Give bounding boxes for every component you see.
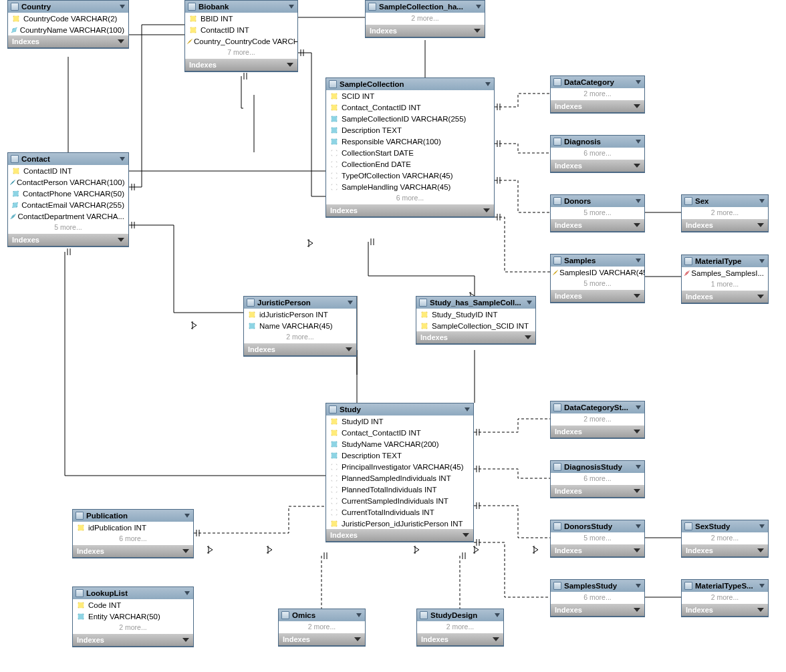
more-link[interactable]: 2 more... — [551, 88, 644, 100]
table-header[interactable]: JuristicPerson — [244, 297, 356, 309]
expand-icon[interactable] — [182, 638, 189, 642]
table-SamplesStudy[interactable]: SamplesStudy 6 more... Indexes — [550, 579, 645, 617]
collapse-icon[interactable] — [120, 157, 125, 161]
more-link[interactable]: 2 more... — [73, 622, 193, 634]
collapse-icon[interactable] — [465, 407, 470, 411]
more-link[interactable]: 5 more... — [551, 207, 644, 219]
table-header[interactable]: Study — [326, 403, 473, 415]
table-StudyDesign[interactable]: StudyDesign 2 more... Indexes — [416, 609, 504, 646]
collapse-icon[interactable] — [759, 584, 765, 588]
table-Diagnosis[interactable]: Diagnosis 6 more... Indexes — [550, 135, 645, 172]
table-Omics[interactable]: Omics 2 more... Indexes — [278, 609, 366, 646]
indexes-section[interactable]: Indexes — [682, 544, 768, 556]
more-link[interactable]: 2 more... — [682, 532, 768, 544]
table-header[interactable]: Samples — [551, 255, 644, 267]
more-link[interactable]: 2 more... — [417, 621, 503, 633]
table-DonorsStudy[interactable]: DonorsStudy 5 more... Indexes — [550, 520, 645, 557]
expand-icon[interactable] — [493, 637, 499, 641]
table-JuristicPerson[interactable]: JuristicPerson idJuristicPerson INTName … — [243, 296, 357, 356]
expand-icon[interactable] — [634, 608, 640, 612]
collapse-icon[interactable] — [636, 584, 641, 588]
more-link[interactable]: 7 more... — [185, 47, 297, 59]
table-header[interactable]: Omics — [279, 609, 365, 621]
table-header[interactable]: DiagnosisStudy — [551, 461, 644, 473]
table-SampleCollection_ha[interactable]: SampleCollection_ha... 2 more... Indexes — [365, 0, 485, 37]
table-header[interactable]: MaterialType — [682, 255, 768, 267]
collapse-icon[interactable] — [356, 613, 362, 617]
table-Donors[interactable]: Donors 5 more... Indexes — [550, 194, 645, 232]
indexes-section[interactable]: Indexes — [682, 604, 768, 616]
table-SexStudy[interactable]: SexStudy 2 more... Indexes — [681, 520, 769, 557]
table-header[interactable]: LookupList — [73, 587, 193, 599]
indexes-section[interactable]: Indexes — [8, 234, 128, 246]
more-link[interactable]: 5 more... — [551, 278, 644, 290]
indexes-section[interactable]: Indexes — [551, 290, 644, 302]
collapse-icon[interactable] — [636, 465, 641, 469]
collapse-icon[interactable] — [759, 259, 765, 263]
table-header[interactable]: DonorsStudy — [551, 520, 644, 532]
expand-icon[interactable] — [287, 63, 293, 67]
indexes-section[interactable]: Indexes — [417, 633, 503, 645]
expand-icon[interactable] — [525, 335, 531, 339]
more-link[interactable]: 2 more... — [244, 331, 356, 343]
expand-icon[interactable] — [474, 29, 481, 33]
indexes-section[interactable]: Indexes — [279, 633, 365, 645]
expand-icon[interactable] — [182, 549, 189, 553]
more-link[interactable]: 2 more... — [551, 413, 644, 426]
indexes-section[interactable]: Indexes — [682, 291, 768, 303]
more-link[interactable]: 6 more... — [551, 592, 644, 604]
indexes-section[interactable]: Indexes — [551, 160, 644, 172]
collapse-icon[interactable] — [636, 140, 641, 144]
table-Study_has_SampleColl[interactable]: Study_has_SampleColl... Study_StudyID IN… — [416, 296, 536, 344]
more-link[interactable]: 2 more... — [366, 13, 485, 25]
table-Samples[interactable]: Samples SamplesID VARCHAR(45)5 more... I… — [550, 254, 645, 303]
indexes-section[interactable]: Indexes — [366, 25, 485, 37]
indexes-section[interactable]: Indexes — [551, 426, 644, 438]
more-link[interactable]: 6 more... — [551, 148, 644, 160]
collapse-icon[interactable] — [527, 301, 532, 305]
indexes-section[interactable]: Indexes — [8, 35, 128, 47]
more-link[interactable]: 2 more... — [682, 207, 768, 219]
expand-icon[interactable] — [634, 489, 640, 493]
expand-icon[interactable] — [634, 430, 640, 434]
table-header[interactable]: SamplesStudy — [551, 580, 644, 592]
table-header[interactable]: MaterialTypeS... — [682, 580, 768, 592]
collapse-icon[interactable] — [759, 524, 765, 528]
more-link[interactable]: 6 more... — [326, 192, 494, 204]
indexes-section[interactable]: Indexes — [73, 634, 193, 646]
table-Biobank[interactable]: Biobank BBID INTContactID INTCountry_Cou… — [184, 0, 298, 71]
collapse-icon[interactable] — [636, 199, 641, 203]
collapse-icon[interactable] — [120, 5, 125, 9]
table-header[interactable]: StudyDesign — [417, 609, 503, 621]
expand-icon[interactable] — [757, 608, 764, 612]
table-header[interactable]: Sex — [682, 195, 768, 207]
table-Publication[interactable]: Publication idPublication INT6 more... I… — [72, 509, 194, 558]
table-header[interactable]: Contact — [8, 153, 128, 165]
more-link[interactable]: 5 more... — [551, 532, 644, 544]
collapse-icon[interactable] — [485, 82, 491, 86]
indexes-section[interactable]: Indexes — [244, 343, 356, 355]
expand-icon[interactable] — [463, 533, 469, 537]
indexes-section[interactable]: Indexes — [416, 331, 535, 343]
indexes-section[interactable]: Indexes — [326, 529, 473, 541]
expand-icon[interactable] — [634, 294, 640, 298]
expand-icon[interactable] — [757, 548, 764, 552]
indexes-section[interactable]: Indexes — [551, 219, 644, 231]
table-MaterialTypeS[interactable]: MaterialTypeS... 2 more... Indexes — [681, 579, 769, 617]
table-LookupList[interactable]: LookupList Code INTEntity VARCHAR(50)2 m… — [72, 586, 194, 647]
indexes-section[interactable]: Indexes — [551, 100, 644, 112]
indexes-section[interactable]: Indexes — [185, 59, 297, 71]
table-header[interactable]: Study_has_SampleColl... — [416, 297, 535, 309]
expand-icon[interactable] — [634, 548, 640, 552]
more-link[interactable]: 6 more... — [73, 533, 193, 545]
collapse-icon[interactable] — [636, 405, 641, 409]
table-DataCategorySt[interactable]: DataCategorySt... 2 more... Indexes — [550, 401, 645, 438]
expand-icon[interactable] — [118, 238, 124, 242]
expand-icon[interactable] — [757, 223, 764, 227]
expand-icon[interactable] — [354, 637, 361, 641]
table-header[interactable]: Biobank — [185, 1, 297, 13]
more-link[interactable]: 6 more... — [551, 473, 644, 485]
indexes-section[interactable]: Indexes — [551, 544, 644, 556]
collapse-icon[interactable] — [289, 5, 294, 9]
collapse-icon[interactable] — [495, 613, 500, 617]
